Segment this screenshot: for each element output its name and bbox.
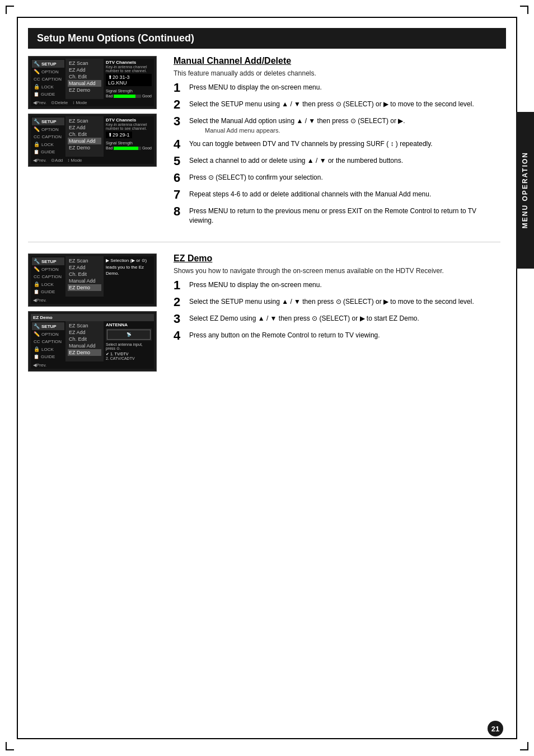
ez-mockup1-sidebar-lock: 🔒 LOCK [32, 280, 64, 288]
page-title: Setup Menu Options (Continued) [28, 28, 506, 49]
step-item-3: 3 Select the Manual Add option using ▲ /… [174, 116, 500, 134]
mockup2-footer: ◀Prev.⊙Add↕ Mode [31, 157, 154, 164]
corner-mark-tl [6, 6, 14, 14]
page-border-left [17, 17, 18, 739]
ez-step-item-2: 2 Select the SETUP menu using ▲ / ▼ then… [174, 297, 500, 308]
corner-mark-bl [6, 742, 14, 750]
ez-step-number-2: 2 [174, 296, 186, 308]
ez-mockup2-sidebar-setup: 🔧 SETUP [32, 322, 64, 330]
ez-mockup2-item-manualadd: Manual Add [68, 342, 101, 349]
mockup2-dtv-title: DTV Channels [106, 118, 152, 123]
ez-mockup2-option2: 2. CATV/CADTV [106, 356, 152, 360]
mockup2-signal-label: Signal Strength [106, 141, 152, 145]
ez-mockup1-sidebar-guide: 📋 GUIDE [32, 288, 64, 295]
ez-step-text-3: Select EZ Demo using ▲ / ▼ then press ⊙ … [189, 314, 419, 322]
mockup1-dtv-title: DTV Channels [106, 60, 152, 65]
mockup1-sidebar-option: ✏️ OPTION [32, 68, 64, 76]
mockup2-sidebar-option: ✏️ OPTION [32, 125, 64, 133]
step-item-8: 8 Press MENU to return to the previous m… [174, 206, 500, 226]
mockup1-signal-bar: Bad Good [106, 94, 152, 98]
ez-step-text-2: Select the SETUP menu using ▲ / ▼ then p… [189, 298, 474, 306]
mockup2-dtv-desc: Key-in antenna channel number to see cha… [106, 123, 152, 130]
menu-mockup-ezdemo1: 🔧 SETUP ✏️ OPTION CC CAPTION [28, 253, 157, 307]
mockup1-sidebar-caption: CC CAPTION [32, 76, 64, 83]
ez-mockup2-sidebar-option: ✏️ OPTION [32, 330, 64, 338]
mockup1-item-ezscan: EZ Scan [68, 60, 101, 67]
ez-demo-desc: Shows you how to navigate through the on… [174, 267, 500, 275]
step-note-3: Manual Add menu appears. [205, 127, 405, 134]
mockup1-item-ezadd: EZ Add [68, 67, 101, 73]
ez-step-item-3: 3 Select EZ Demo using ▲ / ▼ then press … [174, 314, 500, 325]
ez-demo-right: EZ Demo Shows you how to navigate throug… [174, 253, 500, 376]
mockup2-item-chedit: Ch. Edit [68, 131, 101, 138]
mockup1-menu-content: EZ Scan EZ Add Ch. Edit Manual Add EZ De… [65, 59, 104, 99]
mockup2-sidebar-lock: 🔒 LOCK [32, 140, 64, 148]
ez-demo-section: 🔧 SETUP ✏️ OPTION CC CAPTION [28, 253, 500, 376]
side-tab-menu-operation: MENU OPERATION [516, 112, 534, 269]
mockup2-right-panel: DTV Channels Key-in antenna channel numb… [104, 116, 154, 157]
mockup1-signal-label: Signal Strength [106, 89, 152, 93]
ez-step-text-1: Press MENU to display the on-screen menu… [189, 281, 322, 289]
ez-mockup1-item-ezscan: EZ Scan [68, 257, 101, 264]
step-text-3: Select the Manual Add option using ▲ / ▼… [189, 117, 405, 125]
step-number-8: 8 [174, 205, 186, 218]
step-item-2: 2 Select the SETUP menu using ▲ / ▼ then… [174, 100, 500, 111]
manual-channel-title: Manual Channel Add/Delete [174, 56, 500, 66]
mockup1-footer: ◀Prev.⊙Delete↕ Mode [31, 99, 154, 106]
mockup1-sidebar-lock: 🔒 LOCK [32, 83, 64, 91]
page-border-top [17, 17, 517, 18]
step-text-7: Repeat steps 4-6 to add or delete additi… [189, 190, 431, 198]
ez-step-number-4: 4 [174, 330, 186, 342]
step-text-4: You can toggle between DTV and TV channe… [189, 140, 433, 148]
mockup2-item-ezdemo: EZ Demo [68, 144, 101, 151]
ez-mockup2-item-ezscan: EZ Scan [68, 322, 101, 329]
step-text-6: Press ⊙ (SELECT) to confirm your selecti… [189, 173, 323, 181]
ez-mockup2-item-ezadd: EZ Add [68, 329, 101, 336]
step-number-1: 1 [174, 82, 186, 94]
page-border-bottom [17, 738, 517, 739]
ez-mockup2-antenna-title: ANTENNA [106, 322, 152, 327]
ez-mockup2-right-panel: ANTENNA 📡 Select antenna input, press ⊙.… [104, 321, 154, 361]
ez-mockup2-sidebar: 🔧 SETUP ✏️ OPTION CC CAPTION [31, 321, 65, 361]
manual-channel-section: 🔧 SETUP ✏️ OPTION CC CAPTION [28, 56, 500, 231]
content-area: 🔧 SETUP ✏️ OPTION CC CAPTION [28, 56, 500, 728]
menu-mockup-ezdemo2: EZ Demo 🔧 SETUP ✏️ OPTION [28, 311, 157, 372]
ez-mockup2-antenna-desc: Select antenna input, press ⊙. [106, 342, 152, 351]
step-item-4: 4 You can toggle between DTV and TV chan… [174, 139, 500, 151]
ez-mockup2-title-bar: EZ Demo [31, 314, 154, 321]
mockup1-sidebar-setup: 🔧 SETUP [32, 60, 64, 68]
menu-mockup-2: 🔧 SETUP ✏️ OPTION CC CAPTION [28, 114, 157, 167]
mockup1-item-ezdemo: EZ Demo [68, 87, 101, 93]
page-number: 21 [488, 721, 503, 736]
manual-channel-desc: This feature manually adds or deletes ch… [174, 69, 500, 77]
ez-step-item-4: 4 Press any button on the Remote Control… [174, 331, 500, 342]
step-number-2: 2 [174, 98, 186, 111]
step-item-5: 5 Select a channel to add or delete usin… [174, 156, 500, 167]
ez-mockup1-item-chedit: Ch. Edit [68, 271, 101, 278]
ez-mockup1-menu-content: EZ Scan EZ Add Ch. Edit Manual Add EZ De… [65, 256, 104, 297]
step-text-1: Press MENU to display the on-screen menu… [189, 83, 322, 91]
corner-mark-tr [520, 6, 528, 14]
mockup1-dtv-desc: Key-in antenna channel number to see cha… [106, 65, 152, 73]
step-text-2: Select the SETUP menu using ▲ / ▼ then p… [189, 100, 474, 108]
mockup2-sidebar-caption: CC CAPTION [32, 133, 64, 140]
manual-channel-steps: 1 Press MENU to display the on-screen me… [174, 83, 500, 225]
manual-channel-left: 🔧 SETUP ✏️ OPTION CC CAPTION [28, 56, 162, 231]
ez-demo-steps: 1 Press MENU to display the on-screen me… [174, 280, 500, 342]
step-number-4: 4 [174, 138, 186, 151]
ez-mockup1-sidebar-setup: 🔧 SETUP [32, 257, 64, 265]
ez-mockup2-sidebar-guide: 📋 GUIDE [32, 353, 64, 360]
mockup2-menu-content: EZ Scan EZ Add Ch. Edit Manual Add EZ De… [65, 116, 104, 157]
manual-channel-layout: 🔧 SETUP ✏️ OPTION CC CAPTION [28, 56, 500, 231]
mockup1-channel-display: ⬆20 31-3 LG.KNU [106, 74, 152, 86]
step-item-6: 6 Press ⊙ (SELECT) to confirm your selec… [174, 173, 500, 184]
ez-mockup2-footer: ◀Prev. [31, 361, 154, 369]
step-text-8: Press MENU to return to the previous men… [189, 207, 476, 224]
ez-mockup2-sidebar-caption: CC CAPTION [32, 338, 64, 345]
ez-demo-layout: 🔧 SETUP ✏️ OPTION CC CAPTION [28, 253, 500, 376]
mockup2-item-ezscan: EZ Scan [68, 118, 101, 124]
ez-mockup1-item-manualadd: Manual Add [68, 278, 101, 284]
mockup2-sidebar-guide: 📋 GUIDE [32, 148, 64, 156]
ez-mockup1-sidebar-caption: CC CAPTION [32, 273, 64, 280]
ez-step-number-1: 1 [174, 279, 186, 292]
